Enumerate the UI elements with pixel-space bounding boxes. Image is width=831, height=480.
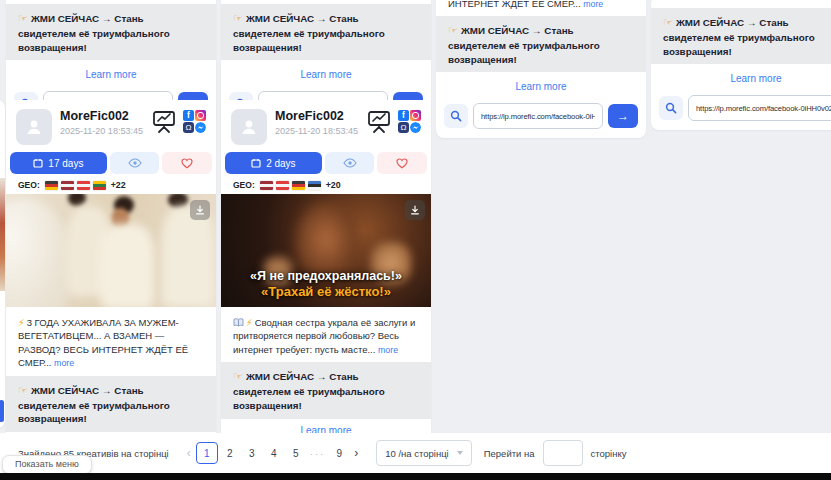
learn-more-link[interactable]: Learn more [436,72,646,95]
days-active-button[interactable]: 2 days [225,152,322,174]
learn-more-link[interactable]: Learn more [221,419,431,433]
instagram-icon [410,110,421,121]
advertiser-name: MoreFic002 [275,109,366,124]
advertiser-meta: MoreFic002 2025-11-20 18:53:45 [275,109,366,136]
more-link[interactable]: more [378,345,398,355]
open-url-button[interactable] [0,400,4,422]
learn-more-link[interactable]: Learn more [651,64,831,87]
flag-at-icon [276,181,289,190]
ad-image-caption-line2: «Трахай её жёстко!» [221,284,431,299]
ad-card: MoreFic002 2025-11-20 18:53:45 f Ω 17 da… [6,100,216,433]
search-icon [665,102,677,114]
landing-url-input[interactable] [688,95,831,121]
ad-card-cut-left [0,100,5,428]
advertiser-meta: MoreFic002 2025-11-20 18:53:45 [60,109,151,136]
ad-image-caption: «Я не предохранялась!» «Трахай её жёстко… [221,269,431,299]
advertiser-name: MoreFic002 [60,109,151,124]
download-image-button[interactable] [190,200,210,220]
ad-image-shape [162,206,214,306]
creative-datetime: 2025-11-20 18:53:45 [60,126,151,136]
preview-button[interactable] [110,152,160,174]
geo-flags [260,181,321,190]
page-button-2[interactable]: 2 [220,443,240,463]
landing-url-input[interactable] [473,103,603,129]
advertiser-row: MoreFic002 2025-11-20 18:53:45 f Ω [6,100,216,149]
calendar-icon [251,158,261,168]
show-menu-button[interactable]: Показать меню [2,455,92,474]
geo-more-count[interactable]: +22 [111,180,126,190]
ad-cta-header-text: ЖМИ СЕЙЧАС → Стань свидетелем её триумфа… [18,13,170,53]
bottom-bar [0,473,831,480]
messenger-icon [195,122,206,133]
card-icons: f Ω [151,109,206,134]
page-button-1[interactable]: 1 [196,442,218,464]
preview-button[interactable] [325,152,375,174]
pagination-bar: Знайдено 85 креативів на сторінці ‹ 1 2 … [0,433,831,473]
ad-image: «Я не предохранялась!» «Трахай её жёстко… [221,194,431,307]
ad-image [6,194,216,307]
heart-icon [396,158,408,169]
chevron-down-icon [457,451,463,455]
ad-cta-header: ☞ЖМИ СЕЙЧАС → Стань свидетелем её триумф… [651,8,831,64]
pointing-hand-icon: ☞ [448,24,458,36]
page-button-last[interactable]: 9 [329,443,349,463]
goto-page-suffix: сторінку [591,448,627,459]
audience-network-icon: Ω [183,122,194,133]
ad-cta-header-text: ЖМИ СЕЙЧАС → Стань свидетелем её триумфа… [18,385,170,425]
ad-cta-header-text: ЖМИ СЕЙЧАС → Стань свидетелем её триумфа… [233,371,385,411]
column-1: ☞ЖМИ СЕЙЧАС → Стань свидетелем её триумф… [6,0,216,433]
page-button-4[interactable]: 4 [264,443,284,463]
facebook-icon: f [398,110,409,121]
ad-card: MoreFic002 2025-11-20 18:53:45 f Ω 2 day… [221,100,431,433]
pointing-hand-icon: ☞ [663,16,673,28]
facebook-icon: f [183,110,194,121]
audience-network-icon: Ω [398,122,409,133]
ad-image-shape [68,194,86,206]
pointing-hand-icon: ☞ [18,384,28,396]
learn-more-link[interactable]: Learn more [6,60,216,83]
person-icon [239,117,259,137]
ad-body-text-content: 3 ГОДА УХАЖИВАЛА ЗА МУЖЕМ-ВЕГЕТАТИВЦЕМ..… [18,317,188,368]
calendar-icon [33,158,43,168]
page-button-3[interactable]: 3 [242,443,262,463]
ad-cta-header-text: ЖМИ СЕЙЧАС → Стань свидетелем её триумфа… [233,13,385,53]
search-button[interactable] [444,104,468,128]
prev-page-button[interactable]: ‹ [183,446,195,460]
book-icon [233,318,244,327]
goto-page-input[interactable] [543,440,583,466]
ad-cta-header: ☞ЖМИ СЕЙЧАС → Стань свидетелем её триумф… [436,16,646,72]
learn-more-link[interactable]: Learn more [221,60,431,83]
more-link[interactable]: more [54,358,74,368]
search-icon [450,110,462,122]
page-size-select[interactable]: 10 /на сторінці [376,440,472,466]
download-image-button[interactable] [405,200,425,220]
geo-row: GEO: +20 [221,174,431,194]
eye-icon [128,158,142,168]
ad-image [0,178,5,291]
ad-card-partial: ИНТЕРНЕТ ЖДЁТ ЕЁ СМЕР... more ☞ЖМИ СЕЙЧА… [436,0,646,138]
geo-label: GEO: [233,180,255,190]
favorite-button[interactable] [162,152,212,174]
page-size-value: 10 /на сторінці [385,448,449,459]
open-url-button[interactable]: → [608,104,638,128]
flag-lt-icon [93,181,106,190]
presentation-board-icon[interactable] [366,109,392,134]
ad-image-shape [100,224,154,307]
flag-lv-icon [61,181,74,190]
days-label: 2 days [266,158,295,169]
days-active-button[interactable]: 17 days [10,152,107,174]
page-button-5[interactable]: 5 [286,443,306,463]
ad-cta-header-text: ЖМИ СЕЙЧАС → Стань свидетелем её триумфа… [448,25,600,65]
page-ellipsis[interactable]: ··· [310,448,326,459]
url-row [651,87,831,130]
favorite-button[interactable] [377,152,427,174]
search-button[interactable] [659,96,683,120]
presentation-board-icon[interactable] [151,109,177,134]
more-link[interactable]: more [583,0,603,9]
geo-more-count[interactable]: +20 [326,180,341,190]
arrow-right-icon: → [617,109,629,123]
creatives-board: ☞ЖМИ СЕЙЧАС → Стань свидетелем её триумф… [0,0,831,433]
ad-cta-header: ☞ЖМИ СЕЙЧАС → Стань свидетелем её триумф… [6,376,216,432]
next-page-button[interactable]: › [350,446,362,460]
ad-image-caption-line1: «Я не предохранялась!» [221,269,431,283]
